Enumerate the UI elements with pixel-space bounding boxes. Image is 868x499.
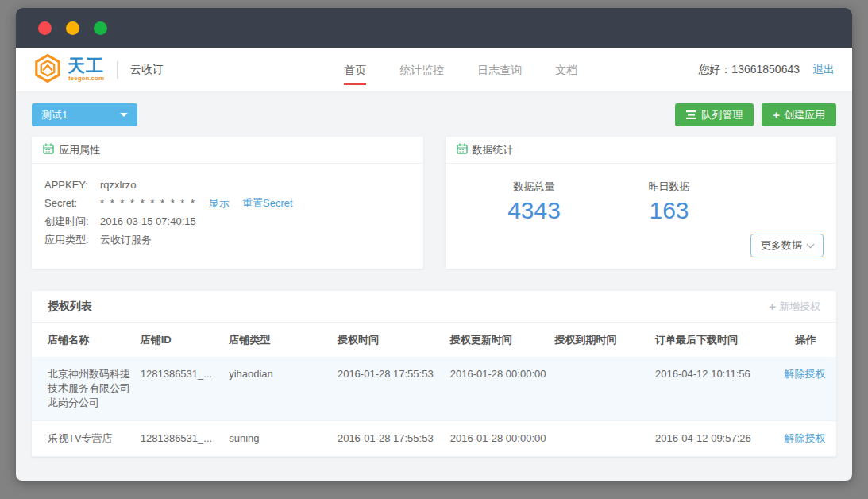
stat-total: 数据总量 4343 <box>487 180 582 224</box>
app-properties-title: 应用属性 <box>59 143 100 157</box>
appkey-value: rqzxlrzo <box>100 176 137 194</box>
plus-icon: + <box>769 300 776 313</box>
nav-item-home[interactable]: 首页 <box>344 48 366 92</box>
cell-auth-time: 2016-01-28 17:55:53 <box>338 357 450 421</box>
data-statistics-card: 数据统计 数据总量 4343 昨日数据 163 更多数据 <box>446 137 837 269</box>
app-selector-dropdown[interactable]: 测试1 <box>32 103 137 126</box>
appkey-row: APPKEY: rqzxlrzo <box>44 176 411 194</box>
logo-domain: teegon.com <box>68 75 104 82</box>
app-selector-value: 测试1 <box>41 108 68 122</box>
col-last-download-time: 订单最后下载时间 <box>655 323 780 357</box>
create-app-button[interactable]: + 创建应用 <box>762 103 836 126</box>
stat-yesterday-value: 163 <box>622 197 717 224</box>
auth-list-title: 授权列表 <box>48 300 92 314</box>
authorization-list-card: 授权列表 + 新增授权 店铺名称 店铺ID 店铺类型 授权时间 <box>32 291 836 457</box>
add-authorization-button[interactable]: + 新增授权 <box>769 300 820 314</box>
secret-label: Secret: <box>44 194 100 212</box>
stat-yesterday: 昨日数据 163 <box>622 180 717 224</box>
cell-auth-update-time: 2016-01-28 00:00:00 <box>450 421 555 457</box>
app-header: 天工 teegon.com 云收订 首页 统计监控 日志查询 文档 您好：136… <box>16 48 852 92</box>
app-properties-card: 应用属性 APPKEY: rqzxlrzo Secret: * * * * * … <box>32 137 423 269</box>
authorization-table: 店铺名称 店铺ID 店铺类型 授权时间 授权更新时间 授权到期时间 订单最后下载… <box>32 323 836 457</box>
reset-secret-link[interactable]: 重置Secret <box>242 194 293 212</box>
stat-total-label: 数据总量 <box>487 180 582 194</box>
more-data-label: 更多数据 <box>761 238 802 253</box>
data-statistics-title: 数据统计 <box>473 143 514 157</box>
window-titlebar <box>16 8 852 48</box>
maximize-window-button[interactable] <box>94 21 107 35</box>
app-type-label: 应用类型: <box>44 230 100 249</box>
logo-name: 天工 <box>68 57 104 75</box>
add-authorization-label: 新增授权 <box>779 300 820 314</box>
nav-item-logs[interactable]: 日志查询 <box>477 48 522 92</box>
calendar-icon <box>457 143 468 157</box>
minimize-window-button[interactable] <box>66 21 79 35</box>
logo[interactable]: 天工 teegon.com <box>33 54 104 86</box>
cell-shop-type: yihaodian <box>229 357 338 421</box>
secret-value: * * * * * * * * * * <box>100 194 196 212</box>
cell-auth-update-time: 2016-01-28 00:00:00 <box>450 357 555 421</box>
revoke-authorization-link[interactable]: 解除授权 <box>785 432 826 444</box>
cell-shop-type: suning <box>229 421 338 457</box>
cell-last-download-time: 2016-04-12 10:11:56 <box>655 357 780 421</box>
created-label: 创建时间: <box>44 212 100 230</box>
nav-item-monitoring[interactable]: 统计监控 <box>399 48 444 92</box>
product-name: 云收订 <box>130 63 164 77</box>
caret-down-icon <box>120 113 128 117</box>
main-nav: 首页 统计监控 日志查询 文档 <box>344 48 611 92</box>
user-area: 您好：13661850643 退出 <box>698 63 835 77</box>
table-row: 北京神州数码科捷技术服务有限公司龙岗分公司 1281386531_... yih… <box>32 357 836 421</box>
cell-shop-name: 乐视TV专营店 <box>32 421 141 457</box>
header-divider <box>117 61 118 79</box>
cell-auth-expire-time <box>554 421 655 457</box>
browser-window: 天工 teegon.com 云收订 首页 统计监控 日志查询 文档 您好：136… <box>16 8 852 481</box>
col-shop-name: 店铺名称 <box>32 323 141 357</box>
chevron-down-icon <box>807 241 815 249</box>
queue-list-icon <box>686 110 696 119</box>
appkey-label: APPKEY: <box>44 176 100 194</box>
table-row: 乐视TV专营店 1281386531_... suning 2016-01-28… <box>32 421 836 457</box>
col-shop-id: 店铺ID <box>141 323 229 357</box>
cell-auth-expire-time <box>554 357 655 421</box>
queue-button-label: 队列管理 <box>701 108 743 122</box>
page-content: 测试1 队列管理 + 创建应用 <box>16 92 852 468</box>
col-auth-update-time: 授权更新时间 <box>450 323 555 357</box>
user-greeting: 您好：13661850643 <box>698 63 800 77</box>
created-time-row: 创建时间: 2016-03-15 07:40:15 <box>44 212 411 230</box>
app-type-value: 云收订服务 <box>100 230 152 249</box>
more-data-button[interactable]: 更多数据 <box>750 234 824 257</box>
cell-shop-name: 北京神州数码科捷技术服务有限公司龙岗分公司 <box>32 357 141 421</box>
plus-icon: + <box>773 108 780 122</box>
queue-management-button[interactable]: 队列管理 <box>675 103 754 126</box>
stat-total-value: 4343 <box>487 197 582 224</box>
stat-yesterday-label: 昨日数据 <box>622 180 717 194</box>
show-secret-link[interactable]: 显示 <box>209 194 230 212</box>
created-value: 2016-03-15 07:40:15 <box>100 212 196 230</box>
close-window-button[interactable] <box>38 21 52 35</box>
secret-row: Secret: * * * * * * * * * * 显示 重置Secret <box>44 194 411 212</box>
col-auth-time: 授权时间 <box>338 323 450 357</box>
create-button-label: 创建应用 <box>784 108 825 122</box>
col-actions: 操作 <box>780 323 836 357</box>
table-header-row: 店铺名称 店铺ID 店铺类型 授权时间 授权更新时间 授权到期时间 订单最后下载… <box>32 323 836 357</box>
col-auth-expire-time: 授权到期时间 <box>554 323 655 357</box>
app-type-row: 应用类型: 云收订服务 <box>44 230 411 249</box>
cell-shop-id: 1281386531_... <box>141 357 229 421</box>
col-shop-type: 店铺类型 <box>229 323 338 357</box>
toolbar: 测试1 队列管理 + 创建应用 <box>32 103 836 126</box>
calendar-icon <box>43 143 54 157</box>
cell-shop-id: 1281386531_... <box>141 421 229 457</box>
logout-link[interactable]: 退出 <box>812 63 835 77</box>
revoke-authorization-link[interactable]: 解除授权 <box>785 368 826 380</box>
nav-item-docs[interactable]: 文档 <box>555 48 577 92</box>
cell-last-download-time: 2016-04-12 09:57:26 <box>655 421 780 457</box>
hexagon-logo-icon <box>33 54 62 86</box>
cell-auth-time: 2016-01-28 17:55:53 <box>338 421 450 457</box>
